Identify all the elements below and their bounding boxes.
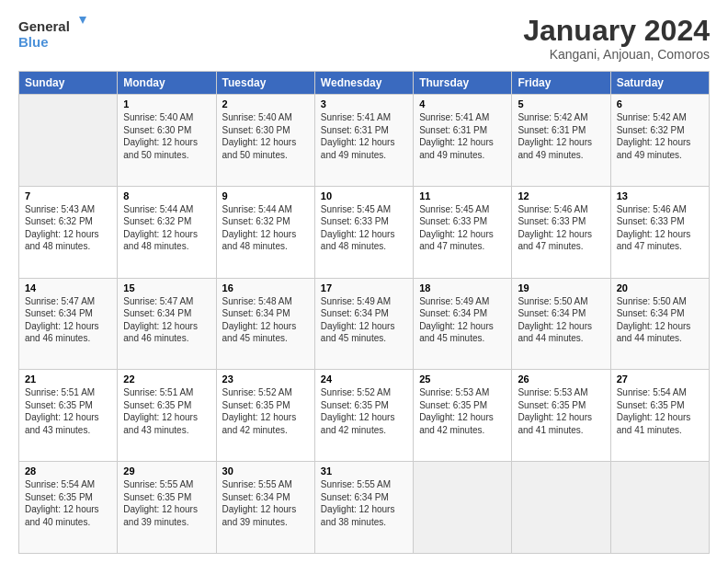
day-number: 31 bbox=[321, 465, 407, 477]
day-cell: 1Sunrise: 5:40 AMSunset: 6:30 PMDaylight… bbox=[118, 95, 216, 187]
day-number: 1 bbox=[123, 98, 210, 109]
week-row-2: 7Sunrise: 5:43 AMSunset: 6:32 PMDaylight… bbox=[19, 186, 710, 278]
day-cell: 17Sunrise: 5:49 AMSunset: 6:34 PMDayligh… bbox=[314, 278, 413, 370]
day-cell: 7Sunrise: 5:43 AMSunset: 6:32 PMDaylight… bbox=[19, 186, 118, 278]
day-info: Sunrise: 5:41 AMSunset: 6:31 PMDaylight:… bbox=[321, 111, 407, 161]
day-cell: 31Sunrise: 5:55 AMSunset: 6:34 PMDayligh… bbox=[314, 462, 413, 554]
day-info: Sunrise: 5:46 AMSunset: 6:33 PMDaylight:… bbox=[518, 203, 604, 253]
col-header-friday: Friday bbox=[512, 72, 610, 95]
day-number: 2 bbox=[222, 98, 309, 109]
day-info: Sunrise: 5:44 AMSunset: 6:32 PMDaylight:… bbox=[123, 203, 210, 253]
page: General Blue January 2024 Kangani, Anjou… bbox=[0, 0, 728, 563]
week-row-3: 14Sunrise: 5:47 AMSunset: 6:34 PMDayligh… bbox=[19, 278, 710, 370]
col-header-tuesday: Tuesday bbox=[216, 72, 314, 95]
day-info: Sunrise: 5:40 AMSunset: 6:30 PMDaylight:… bbox=[123, 111, 210, 161]
day-cell: 15Sunrise: 5:47 AMSunset: 6:34 PMDayligh… bbox=[118, 278, 216, 370]
day-cell: 23Sunrise: 5:52 AMSunset: 6:35 PMDayligh… bbox=[216, 370, 314, 462]
day-cell: 28Sunrise: 5:54 AMSunset: 6:35 PMDayligh… bbox=[19, 462, 118, 554]
day-info: Sunrise: 5:47 AMSunset: 6:34 PMDaylight:… bbox=[25, 295, 111, 345]
day-cell: 9Sunrise: 5:44 AMSunset: 6:32 PMDaylight… bbox=[216, 186, 314, 278]
header: General Blue January 2024 Kangani, Anjou… bbox=[18, 15, 710, 62]
day-number: 6 bbox=[617, 98, 703, 109]
day-cell: 26Sunrise: 5:53 AMSunset: 6:35 PMDayligh… bbox=[512, 370, 610, 462]
day-number: 13 bbox=[617, 190, 703, 201]
svg-marker-1 bbox=[79, 17, 86, 24]
day-number: 25 bbox=[419, 373, 506, 385]
day-number: 10 bbox=[321, 190, 407, 201]
svg-text:General: General bbox=[18, 18, 70, 34]
title-block: January 2024 Kangani, Anjouan, Comoros bbox=[523, 15, 710, 62]
day-number: 27 bbox=[617, 373, 703, 385]
day-cell bbox=[414, 462, 512, 554]
day-number: 30 bbox=[222, 465, 309, 477]
day-number: 12 bbox=[518, 190, 604, 201]
day-info: Sunrise: 5:55 AMSunset: 6:35 PMDaylight:… bbox=[123, 478, 210, 528]
day-number: 11 bbox=[419, 190, 506, 201]
main-title: January 2024 bbox=[523, 15, 710, 47]
day-cell bbox=[19, 95, 118, 187]
day-info: Sunrise: 5:47 AMSunset: 6:34 PMDaylight:… bbox=[123, 295, 210, 345]
day-number: 29 bbox=[123, 465, 210, 477]
logo-svg: General Blue bbox=[18, 15, 92, 55]
day-number: 5 bbox=[518, 98, 604, 109]
day-info: Sunrise: 5:50 AMSunset: 6:34 PMDaylight:… bbox=[518, 295, 604, 345]
day-info: Sunrise: 5:52 AMSunset: 6:35 PMDaylight:… bbox=[222, 386, 309, 436]
day-cell: 12Sunrise: 5:46 AMSunset: 6:33 PMDayligh… bbox=[512, 186, 610, 278]
day-cell: 18Sunrise: 5:49 AMSunset: 6:34 PMDayligh… bbox=[414, 278, 512, 370]
day-number: 19 bbox=[518, 282, 604, 293]
day-cell: 8Sunrise: 5:44 AMSunset: 6:32 PMDaylight… bbox=[118, 186, 216, 278]
day-cell: 11Sunrise: 5:45 AMSunset: 6:33 PMDayligh… bbox=[414, 186, 512, 278]
logo: General Blue bbox=[18, 15, 92, 55]
day-cell: 4Sunrise: 5:41 AMSunset: 6:31 PMDaylight… bbox=[414, 95, 512, 187]
day-info: Sunrise: 5:55 AMSunset: 6:34 PMDaylight:… bbox=[321, 478, 407, 528]
day-info: Sunrise: 5:54 AMSunset: 6:35 PMDaylight:… bbox=[25, 478, 111, 528]
col-header-sunday: Sunday bbox=[19, 72, 118, 95]
day-number: 23 bbox=[222, 373, 309, 385]
day-number: 28 bbox=[25, 465, 111, 477]
day-number: 22 bbox=[123, 373, 210, 385]
day-info: Sunrise: 5:45 AMSunset: 6:33 PMDaylight:… bbox=[419, 203, 506, 253]
day-number: 9 bbox=[222, 190, 309, 201]
day-info: Sunrise: 5:43 AMSunset: 6:32 PMDaylight:… bbox=[25, 203, 111, 253]
day-number: 4 bbox=[419, 98, 506, 109]
day-cell: 6Sunrise: 5:42 AMSunset: 6:32 PMDaylight… bbox=[610, 95, 709, 187]
day-number: 16 bbox=[222, 282, 309, 293]
day-info: Sunrise: 5:40 AMSunset: 6:30 PMDaylight:… bbox=[222, 111, 309, 161]
day-info: Sunrise: 5:42 AMSunset: 6:32 PMDaylight:… bbox=[617, 111, 703, 161]
day-number: 14 bbox=[25, 282, 111, 293]
day-info: Sunrise: 5:42 AMSunset: 6:31 PMDaylight:… bbox=[518, 111, 604, 161]
day-cell bbox=[610, 462, 709, 554]
day-cell: 20Sunrise: 5:50 AMSunset: 6:34 PMDayligh… bbox=[610, 278, 709, 370]
day-info: Sunrise: 5:52 AMSunset: 6:35 PMDaylight:… bbox=[321, 386, 407, 436]
day-info: Sunrise: 5:51 AMSunset: 6:35 PMDaylight:… bbox=[25, 386, 111, 436]
day-number: 3 bbox=[321, 98, 407, 109]
calendar-table: SundayMondayTuesdayWednesdayThursdayFrid… bbox=[18, 71, 710, 554]
day-number: 18 bbox=[419, 282, 506, 293]
day-cell: 2Sunrise: 5:40 AMSunset: 6:30 PMDaylight… bbox=[216, 95, 314, 187]
day-cell: 14Sunrise: 5:47 AMSunset: 6:34 PMDayligh… bbox=[19, 278, 118, 370]
day-cell: 19Sunrise: 5:50 AMSunset: 6:34 PMDayligh… bbox=[512, 278, 610, 370]
day-cell: 21Sunrise: 5:51 AMSunset: 6:35 PMDayligh… bbox=[19, 370, 118, 462]
day-cell: 10Sunrise: 5:45 AMSunset: 6:33 PMDayligh… bbox=[314, 186, 413, 278]
day-info: Sunrise: 5:49 AMSunset: 6:34 PMDaylight:… bbox=[419, 295, 506, 345]
col-header-saturday: Saturday bbox=[610, 72, 709, 95]
day-cell: 22Sunrise: 5:51 AMSunset: 6:35 PMDayligh… bbox=[118, 370, 216, 462]
day-number: 24 bbox=[321, 373, 407, 385]
day-info: Sunrise: 5:45 AMSunset: 6:33 PMDaylight:… bbox=[321, 203, 407, 253]
day-info: Sunrise: 5:54 AMSunset: 6:35 PMDaylight:… bbox=[617, 386, 703, 436]
col-header-thursday: Thursday bbox=[414, 72, 512, 95]
day-number: 15 bbox=[123, 282, 210, 293]
day-number: 17 bbox=[321, 282, 407, 293]
day-cell: 5Sunrise: 5:42 AMSunset: 6:31 PMDaylight… bbox=[512, 95, 610, 187]
day-cell: 24Sunrise: 5:52 AMSunset: 6:35 PMDayligh… bbox=[314, 370, 413, 462]
day-info: Sunrise: 5:48 AMSunset: 6:34 PMDaylight:… bbox=[222, 295, 309, 345]
day-cell: 3Sunrise: 5:41 AMSunset: 6:31 PMDaylight… bbox=[314, 95, 413, 187]
week-row-4: 21Sunrise: 5:51 AMSunset: 6:35 PMDayligh… bbox=[19, 370, 710, 462]
subtitle: Kangani, Anjouan, Comoros bbox=[523, 47, 710, 62]
day-info: Sunrise: 5:50 AMSunset: 6:34 PMDaylight:… bbox=[617, 295, 703, 345]
day-cell: 27Sunrise: 5:54 AMSunset: 6:35 PMDayligh… bbox=[610, 370, 709, 462]
day-number: 26 bbox=[518, 373, 604, 385]
day-info: Sunrise: 5:51 AMSunset: 6:35 PMDaylight:… bbox=[123, 386, 210, 436]
day-cell: 13Sunrise: 5:46 AMSunset: 6:33 PMDayligh… bbox=[610, 186, 709, 278]
col-header-wednesday: Wednesday bbox=[314, 72, 413, 95]
